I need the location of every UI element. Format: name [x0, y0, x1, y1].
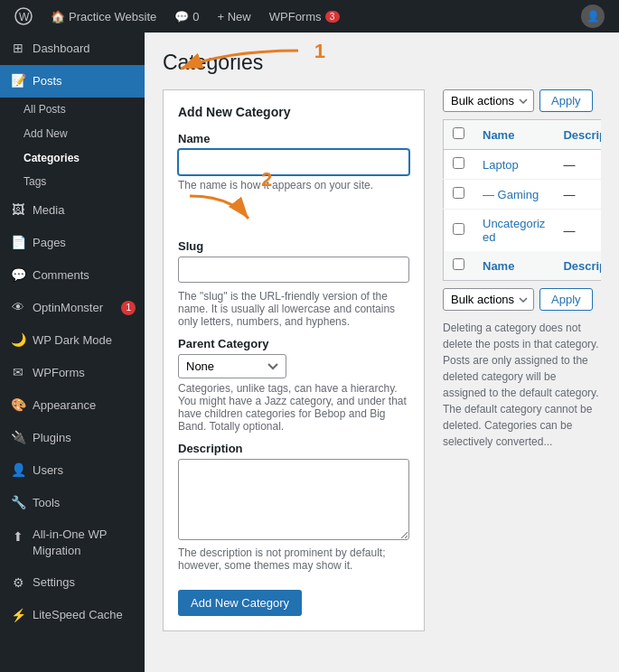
sidebar-item-all-posts[interactable]: All Posts	[0, 98, 145, 122]
add-new-title: Add New Category	[178, 105, 409, 119]
name-input[interactable]	[178, 149, 409, 175]
row-3-description-cell: —	[554, 210, 601, 252]
description-textarea[interactable]	[178, 459, 409, 540]
row-3-checkbox[interactable]	[453, 223, 464, 235]
add-new-category-button[interactable]: Add New Category	[178, 590, 302, 616]
table-row: Uncategorized —	[444, 210, 602, 252]
litespeed-icon: ⚡	[9, 607, 27, 625]
table-row: — Gaming —	[444, 180, 602, 210]
tools-icon: 🔧	[9, 494, 27, 512]
sidebar-item-pages[interactable]: 📄 Pages	[0, 227, 145, 259]
footer-select-all-checkbox[interactable]	[453, 258, 464, 270]
main-content: Categories 1 Add New Category Name	[145, 33, 619, 672]
sidebar-item-plugins[interactable]: 🔌 Plugins	[0, 422, 145, 454]
arrow-2-svg	[185, 191, 258, 228]
sidebar-item-categories[interactable]: Categories	[0, 146, 145, 171]
admin-bar: W 🏠 Practice Website 💬 0 + New WPForms 3…	[0, 0, 619, 33]
parent-category-wrapper: None	[178, 354, 409, 378]
wpforms-admin-button[interactable]: WPForms 3	[262, 0, 347, 33]
main-layout: ⊞ Dashboard 📝 Posts All Posts Add New Ca…	[0, 33, 619, 672]
plugins-icon: 🔌	[9, 429, 27, 447]
table-header-row: Name Description	[444, 120, 602, 150]
row-3-name-link[interactable]: Uncategorized	[483, 217, 545, 244]
sidebar-item-tools[interactable]: 🔧 Tools	[0, 487, 145, 519]
bulk-actions-top-select[interactable]: Bulk actions	[443, 89, 534, 112]
bottom-toolbar: Bulk actions Apply	[443, 288, 601, 311]
media-icon: 🖼	[9, 201, 27, 219]
footer-select-all-header	[444, 251, 474, 281]
dashboard-icon: ⊞	[9, 40, 27, 58]
name-column-header[interactable]: Name	[474, 120, 554, 150]
sidebar-item-posts[interactable]: 📝 Posts	[0, 65, 145, 98]
row-1-name-link[interactable]: Laptop	[483, 158, 519, 172]
appearance-icon: 🎨	[9, 397, 27, 415]
sidebar-item-optinmonster[interactable]: 👁 OptinMonster 1	[0, 292, 145, 324]
sidebar-item-users[interactable]: 👤 Users	[0, 454, 145, 487]
parent-category-select[interactable]: None	[178, 354, 286, 378]
optinmonster-badge: 1	[121, 301, 136, 315]
site-name-button[interactable]: 🏠 Practice Website	[43, 0, 164, 33]
description-column-header: Description	[554, 120, 601, 150]
row-2-name-cell: — Gaming	[474, 180, 554, 210]
apply-top-button[interactable]: Apply	[539, 89, 593, 112]
name-hint: The name is how it appears on your site.	[178, 179, 409, 230]
new-content-button[interactable]: + New	[211, 0, 258, 33]
row-1-description-cell: —	[554, 150, 601, 180]
top-toolbar: Bulk actions Apply	[443, 89, 601, 112]
bottom-note: Deleting a category does not delete the …	[443, 320, 601, 450]
row-checkbox-cell	[444, 180, 474, 210]
svg-text:W: W	[19, 11, 30, 23]
row-2-name-link[interactable]: — Gaming	[483, 188, 539, 201]
sidebar-item-appearance[interactable]: 🎨 Appearance	[0, 389, 145, 422]
sidebar-item-add-new[interactable]: Add New	[0, 122, 145, 146]
row-3-name-cell: Uncategorized	[474, 210, 554, 252]
wp-logo-button[interactable]: W	[7, 0, 40, 33]
row-checkbox-cell	[444, 150, 474, 180]
apply-bottom-button[interactable]: Apply	[539, 288, 593, 311]
row-1-name-cell: Laptop	[474, 150, 554, 180]
row-2-checkbox[interactable]	[453, 187, 464, 199]
annotation-2-label: 2	[261, 168, 272, 191]
select-all-header	[444, 120, 474, 150]
sidebar-item-wpforms[interactable]: ✉ WPForms	[0, 357, 145, 389]
table-footer-row: Name Description	[444, 251, 602, 281]
description-hint: The description is not prominent by defa…	[178, 546, 409, 572]
sidebar-item-tags[interactable]: Tags	[0, 170, 145, 194]
slug-hint: The "slug" is the URL-friendly version o…	[178, 290, 409, 328]
categories-table-section: Bulk actions Apply Name	[443, 89, 601, 450]
users-icon: 👤	[9, 462, 27, 480]
content-area: Add New Category Name The name is how it…	[163, 89, 601, 631]
comments-button[interactable]: 💬 0	[167, 0, 206, 33]
slug-input[interactable]	[178, 257, 409, 283]
sidebar-item-wp-dark-mode[interactable]: 🌙 WP Dark Mode	[0, 324, 145, 357]
categories-table: Name Description	[443, 119, 601, 281]
table-body: Laptop — — Gaming —	[444, 150, 602, 252]
row-2-description-cell: —	[554, 180, 601, 210]
select-all-checkbox[interactable]	[453, 127, 464, 139]
add-new-category-section: Add New Category Name The name is how it…	[163, 89, 425, 631]
sidebar-item-litespeed[interactable]: ⚡ LiteSpeed Cache	[0, 600, 145, 632]
arrow-annotation-2: 2	[185, 191, 258, 230]
comments-icon: 💬	[9, 266, 27, 285]
parent-category-label: Parent Category	[178, 337, 409, 350]
posts-icon: 📝	[9, 72, 27, 90]
wpforms-icon: ✉	[9, 364, 27, 382]
sidebar-item-dashboard[interactable]: ⊞ Dashboard	[0, 33, 145, 65]
footer-name-column-header[interactable]: Name	[474, 251, 554, 281]
parent-category-hint: Categories, unlike tags, can have a hier…	[178, 382, 409, 433]
sidebar-item-comments[interactable]: 💬 Comments	[0, 259, 145, 292]
wpforms-badge: 3	[325, 11, 340, 23]
wordpress-icon: W	[14, 7, 33, 25]
slug-label: Slug	[178, 239, 409, 253]
comment-icon: 💬	[174, 10, 189, 23]
row-1-checkbox[interactable]	[453, 157, 464, 169]
avatar-button[interactable]: 👤	[574, 0, 612, 33]
sidebar-item-media[interactable]: 🖼 Media	[0, 194, 145, 227]
sidebar-item-all-in-one-wp[interactable]: ⬆ All-in-One WP Migration	[0, 519, 145, 566]
table-head: Name Description	[444, 120, 602, 150]
pages-icon: 📄	[9, 234, 27, 252]
footer-description-column-header: Description	[554, 251, 601, 281]
sidebar-item-settings[interactable]: ⚙ Settings	[0, 567, 145, 600]
bulk-actions-bottom-select[interactable]: Bulk actions	[443, 288, 534, 311]
migration-icon: ⬆	[9, 528, 27, 546]
